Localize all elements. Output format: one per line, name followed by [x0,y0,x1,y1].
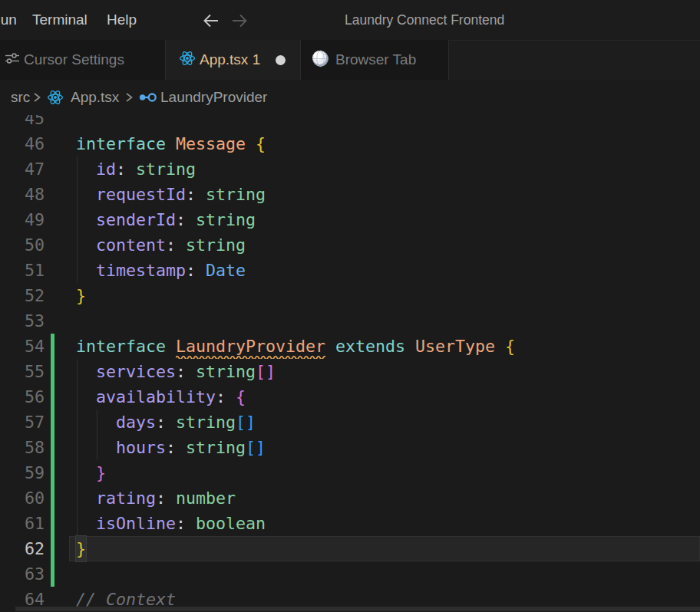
menu-terminal[interactable]: Terminal [32,0,88,40]
token: content [96,232,166,258]
token [76,232,96,258]
line-number: 56 [0,384,45,410]
code-line-58[interactable]: 58 hours: string[] [0,435,700,460]
code-line-52[interactable]: 52} [0,283,700,308]
code-text: interface Message { [76,131,266,156]
code-line-62[interactable]: 62} [0,536,700,561]
breadcrumb-symbol[interactable]: LaundryProvider [160,80,267,115]
token [196,258,206,283]
code-editor[interactable]: 4546interface Message {47 id: string48 r… [0,115,700,612]
code-line-61[interactable]: 61 isOnline: boolean [0,511,700,536]
token: { [236,384,246,410]
code-text: timestamp: Date [76,258,246,283]
token: string [176,410,236,435]
token [126,156,136,182]
current-line-highlight [69,536,700,561]
line-number: 54 [0,334,45,359]
token [226,384,236,410]
token: string [196,359,256,384]
cursor-editor-window: Run Terminal Help Laundry Connect Fronte… [0,0,700,612]
chevron-right-icon [32,80,41,115]
menu-run[interactable]: Run [0,0,17,40]
token: [] [256,359,276,384]
token [76,460,96,485]
symbol-interface-icon [139,80,157,115]
token: string [186,435,246,460]
code-text: availability: { [76,384,246,410]
git-added-gutter [51,536,54,561]
token [76,258,96,283]
git-added-gutter [51,485,54,511]
code-line-51[interactable]: 51 timestamp: Date [0,258,700,283]
token [186,359,196,384]
tab-cursor-settings[interactable]: Cursor Settings [0,40,166,80]
token: : [186,182,196,207]
git-added-gutter [51,384,54,410]
code-line-47[interactable]: 47 id: string [0,156,700,182]
token: senderId [96,207,176,232]
token [76,384,96,410]
line-number: 48 [0,182,45,207]
code-line-50[interactable]: 50 content: string [0,232,700,258]
code-line-56[interactable]: 56 availability: { [0,384,700,410]
code-line-54[interactable]: 54interface LaundryProvider extends User… [0,334,700,359]
token [76,410,116,435]
code-text: rating: number [76,485,236,511]
token: boolean [196,511,266,536]
tab-strip-top-border [450,40,700,41]
token: string [196,207,256,232]
token: Message [176,131,246,156]
code-line-45[interactable]: 45 [0,115,700,131]
code-line-46[interactable]: 46interface Message { [0,131,700,156]
code-text: requestId: string [76,182,266,207]
token [76,485,96,511]
forward-arrow-icon[interactable] [230,0,249,40]
token: string [206,182,266,207]
code-text: hours: string[] [76,435,266,460]
token: : [216,384,226,410]
code-line-49[interactable]: 49 senderId: string [0,207,700,232]
tab-browser[interactable]: Browser Tab [301,40,449,80]
line-number: 46 [0,131,45,156]
code-line-59[interactable]: 59 } [0,460,700,485]
code-line-48[interactable]: 48 requestId: string [0,182,700,207]
menu-help[interactable]: Help [107,0,137,40]
token: : [166,232,176,258]
token: : [156,485,166,511]
tab-app-tsx[interactable]: App.tsx 1 [166,40,301,80]
token: number [176,485,236,511]
code-text: } [76,536,86,561]
token: } [76,536,86,561]
code-line-60[interactable]: 60 rating: number [0,485,700,511]
code-text: } [76,283,86,308]
token [176,435,186,460]
git-added-gutter [51,460,54,485]
token [76,435,116,460]
tab-label: Cursor Settings [24,51,124,68]
token [76,511,96,536]
breadcrumb-file[interactable]: App.tsx [71,80,119,115]
token: : [186,258,196,283]
token [186,511,196,536]
back-arrow-icon[interactable] [202,0,220,40]
code-line-55[interactable]: 55 services: string[] [0,359,700,384]
code-line-57[interactable]: 57 days: string[] [0,410,700,435]
line-number: 59 [0,460,45,485]
breadcrumb-src[interactable]: src [11,80,30,115]
line-number: 50 [0,232,45,258]
title-bar: Run Terminal Help Laundry Connect Fronte… [0,0,700,40]
line-number: 61 [0,511,45,536]
token: days [116,410,156,435]
token [405,334,415,359]
code-text: } [76,460,106,485]
modified-dot-icon[interactable] [276,55,286,65]
code-line-53[interactable]: 53 [0,308,700,334]
token: } [96,460,106,485]
git-added-gutter [51,410,54,435]
code-line-63[interactable]: 63 [0,561,700,587]
react-icon [47,80,64,115]
token: : [116,156,126,182]
line-number: 58 [0,435,45,460]
horizontal-scrollbar[interactable] [15,607,700,611]
code-text: content: string [76,232,246,258]
